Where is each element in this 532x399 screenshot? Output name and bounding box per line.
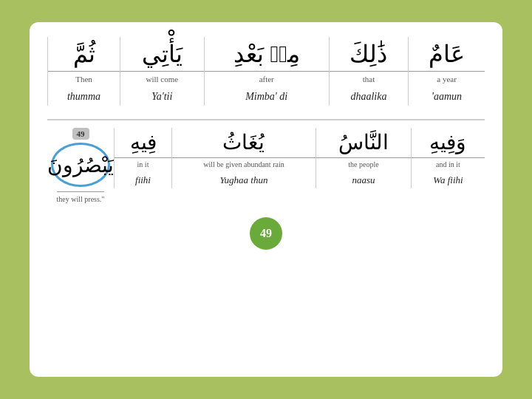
- bot-arabic-2: النَّاسُ: [316, 128, 411, 157]
- circle-sublabel: they will press.": [57, 191, 105, 204]
- top-arabic-1: يَأْتِي: [120, 37, 205, 72]
- top-label-1: will come: [120, 72, 205, 87]
- bottom-table-wrapper: (function(){ const data = JSON.parse(doc…: [114, 128, 485, 188]
- bot-translit-3: Wa fiihi: [411, 171, 485, 188]
- top-translit-4: 'aamun: [409, 86, 485, 106]
- bot-translit-1: Yughaa thun: [172, 171, 316, 188]
- bot-translit-2: naasu: [316, 171, 411, 188]
- bot-label-2: the people: [316, 157, 411, 171]
- bot-arabic-1: يُغَاثُ: [172, 128, 316, 157]
- bot-arabic-3: وَفِيهِ: [411, 128, 485, 157]
- top-translit-3: dhaalika: [329, 86, 408, 106]
- top-table: (function(){ const data = JSON.parse(doc…: [47, 37, 485, 106]
- main-card: (function(){ const data = JSON.parse(doc…: [30, 22, 502, 377]
- left-panel: 49 يَبْصُرُونَ they will press.": [47, 128, 114, 204]
- top-arabic-0: ثُمَّ: [48, 37, 120, 72]
- top-arabic-4: عَامٌ: [409, 37, 485, 72]
- page-number-badge: 49: [250, 217, 282, 250]
- bot-translit-0: fiihi: [115, 171, 172, 188]
- bot-arabic-0: فِيهِ: [115, 128, 172, 157]
- top-label-2: after: [204, 72, 329, 87]
- top-translit-2: Mimba' di: [204, 86, 329, 106]
- top-label-0: Then: [48, 72, 120, 87]
- bot-label-3: and in it: [411, 157, 485, 171]
- verse-badge: 49: [72, 128, 89, 140]
- bottom-table: (function(){ const data = JSON.parse(doc…: [114, 128, 485, 188]
- top-label-4: a year: [409, 72, 485, 87]
- circled-arabic-word: يَبْصُرُونَ: [51, 143, 110, 187]
- section-divider: [47, 119, 485, 120]
- top-arabic-3: ذَٰلِكَ: [329, 37, 408, 72]
- bot-label-1: will be given abundant rain: [172, 157, 316, 171]
- bot-label-0: in it: [115, 157, 172, 171]
- top-arabic-2: مِنۢ بَعْدِ: [204, 37, 329, 72]
- top-translit-1: Ya'tii: [120, 86, 205, 106]
- bottom-section: 49 يَبْصُرُونَ they will press." (functi…: [47, 128, 485, 204]
- top-label-3: that: [329, 72, 408, 87]
- top-translit-0: thumma: [48, 86, 120, 106]
